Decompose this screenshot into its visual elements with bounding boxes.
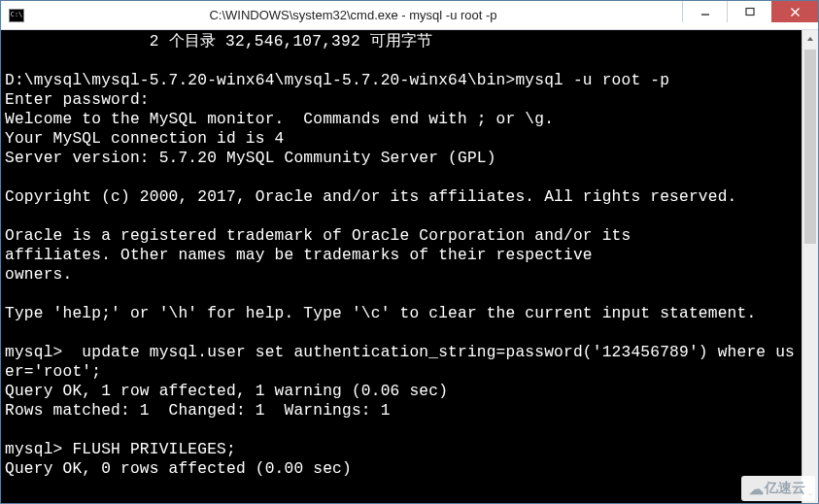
window-title: C:\WINDOWS\system32\cmd.exe - mysql -u r…: [24, 8, 682, 22]
cloud-icon: ☁: [749, 482, 761, 496]
maximize-button[interactable]: [727, 1, 771, 22]
cmd-icon-glyph: C:\: [11, 12, 23, 18]
close-icon: [790, 7, 801, 17]
watermark: ☁ 亿速云: [741, 476, 815, 501]
terminal-output[interactable]: 2 个目录 32,546,107,392 可用字节 D:\mysql\mysql…: [1, 30, 802, 503]
client-area: 2 个目录 32,546,107,392 可用字节 D:\mysql\mysql…: [1, 30, 818, 503]
svg-rect-1: [746, 9, 754, 16]
scroll-up-button[interactable]: [802, 30, 818, 47]
window-controls: [682, 1, 818, 29]
minimize-button[interactable]: [682, 1, 727, 22]
watermark-text: 亿速云: [765, 480, 805, 497]
vertical-scrollbar[interactable]: [802, 30, 818, 503]
cmd-window: C:\ C:\WINDOWS\system32\cmd.exe - mysql …: [0, 0, 819, 504]
chevron-up-icon: [806, 36, 814, 42]
cmd-icon: C:\: [9, 9, 24, 22]
scrollbar-thumb[interactable]: [804, 50, 816, 244]
titlebar[interactable]: C:\ C:\WINDOWS\system32\cmd.exe - mysql …: [1, 1, 818, 30]
minimize-icon: [700, 7, 710, 17]
close-button[interactable]: [771, 1, 818, 22]
maximize-icon: [745, 7, 755, 17]
